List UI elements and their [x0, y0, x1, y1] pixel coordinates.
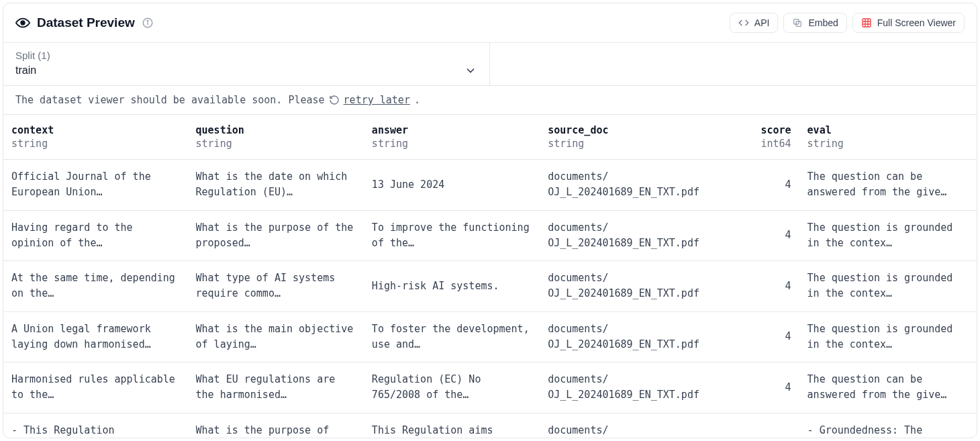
panel-title: Dataset Preview: [37, 15, 135, 30]
cell-score: 4: [744, 210, 799, 261]
cell-context: A Union legal framework laying down harm…: [3, 311, 188, 362]
split-label: Split (1): [15, 50, 477, 61]
cell-answer: Regulation (EC) No 765/2008 of the…: [364, 362, 540, 413]
cell-eval: - Groundedness: The: [799, 413, 977, 438]
cell-context: Harmonised rules applicable to the…: [3, 362, 188, 413]
cell-eval: The question is grounded in the contex…: [799, 311, 977, 362]
col-header[interactable]: source_doc: [540, 115, 744, 138]
cell-score: [744, 413, 799, 438]
api-button-label: API: [754, 17, 770, 28]
cell-eval: The question is grounded in the contex…: [799, 261, 977, 312]
table-row[interactable]: Having regard to the opinion of the…What…: [3, 210, 977, 261]
cell-question: What EU regulations are the harmonised…: [188, 362, 364, 413]
status-message-post: .: [414, 94, 420, 106]
cell-context: At the same time, depending on the…: [3, 261, 188, 312]
col-type: string: [364, 138, 540, 160]
split-selected-value: train: [15, 64, 36, 77]
retry-link[interactable]: retry later: [344, 94, 410, 106]
cell-question: What type of AI systems require commo…: [188, 261, 364, 312]
split-select[interactable]: train: [15, 61, 477, 77]
cell-answer: This Regulation aims: [364, 413, 540, 438]
cell-source_doc: documents/: [540, 413, 744, 438]
col-header[interactable]: eval: [799, 115, 977, 138]
cell-answer: To improve the functioning of the…: [364, 210, 540, 261]
cell-score: 4: [744, 261, 799, 312]
status-message-pre: The dataset viewer should be available s…: [15, 94, 325, 106]
fullscreen-button-label: Full Screen Viewer: [877, 17, 956, 28]
cell-context: Official Journal of the European Union…: [3, 160, 188, 211]
col-header[interactable]: question: [188, 115, 364, 138]
cell-answer: 13 June 2024: [364, 160, 540, 211]
cell-eval: The question can be answered from the gi…: [799, 160, 977, 211]
cell-context: - This Regulation: [3, 413, 188, 438]
cell-score: 4: [744, 311, 799, 362]
col-type: string: [188, 138, 364, 160]
table-row[interactable]: Official Journal of the European Union…W…: [3, 160, 977, 211]
svg-point-3: [147, 20, 148, 21]
cell-source_doc: documents/ OJ_L_202401689_EN_TXT.pdf: [540, 210, 744, 261]
cell-answer: High-risk AI systems.: [364, 261, 540, 312]
fullscreen-button[interactable]: Full Screen Viewer: [852, 13, 965, 33]
eye-icon: [15, 15, 30, 30]
col-header[interactable]: answer: [364, 115, 540, 138]
panel-header: Dataset Preview API Embed: [3, 3, 977, 43]
svg-point-0: [21, 21, 25, 25]
grid-icon: [861, 17, 872, 28]
col-type: string: [799, 138, 977, 160]
col-type: string: [540, 138, 744, 160]
cell-source_doc: documents/ OJ_L_202401689_EN_TXT.pdf: [540, 160, 744, 211]
status-message: The dataset viewer should be available s…: [3, 86, 977, 115]
cell-question: What is the main objective of laying…: [188, 311, 364, 362]
cell-source_doc: documents/ OJ_L_202401689_EN_TXT.pdf: [540, 261, 744, 312]
chevron-down-icon: [464, 64, 477, 77]
split-bar: Split (1) train: [3, 43, 977, 86]
table-row[interactable]: Harmonised rules applicable to the…What …: [3, 362, 977, 413]
cell-source_doc: documents/ OJ_L_202401689_EN_TXT.pdf: [540, 311, 744, 362]
cell-question: What is the purpose of: [188, 413, 364, 438]
api-button[interactable]: API: [730, 13, 779, 33]
embed-button[interactable]: Embed: [783, 13, 846, 33]
cell-score: 4: [744, 160, 799, 211]
cell-context: Having regard to the opinion of the…: [3, 210, 188, 261]
data-table: context question answer source_doc score…: [3, 115, 977, 438]
cell-eval: The question can be answered from the gi…: [799, 362, 977, 413]
embed-button-label: Embed: [808, 17, 838, 28]
cell-answer: To foster the development, use and…: [364, 311, 540, 362]
refresh-icon[interactable]: [329, 95, 340, 105]
table-row[interactable]: A Union legal framework laying down harm…: [3, 311, 977, 362]
table-row[interactable]: - This RegulationWhat is the purpose ofT…: [3, 413, 977, 438]
cell-source_doc: documents/ OJ_L_202401689_EN_TXT.pdf: [540, 362, 744, 413]
info-icon[interactable]: [142, 17, 154, 29]
code-icon: [738, 17, 749, 28]
col-header[interactable]: context: [3, 115, 188, 138]
copy-icon: [792, 17, 803, 28]
col-header[interactable]: score: [744, 115, 799, 138]
col-type: string: [3, 138, 188, 160]
col-type: int64: [744, 138, 799, 160]
dataset-preview-panel: Dataset Preview API Embed: [3, 3, 977, 438]
cell-question: What is the date on which Regulation (EU…: [188, 160, 364, 211]
cell-eval: The question is grounded in the contex…: [799, 210, 977, 261]
cell-score: 4: [744, 362, 799, 413]
svg-rect-6: [863, 19, 871, 27]
cell-question: What is the purpose of the proposed…: [188, 210, 364, 261]
table-row[interactable]: At the same time, depending on the…What …: [3, 261, 977, 312]
